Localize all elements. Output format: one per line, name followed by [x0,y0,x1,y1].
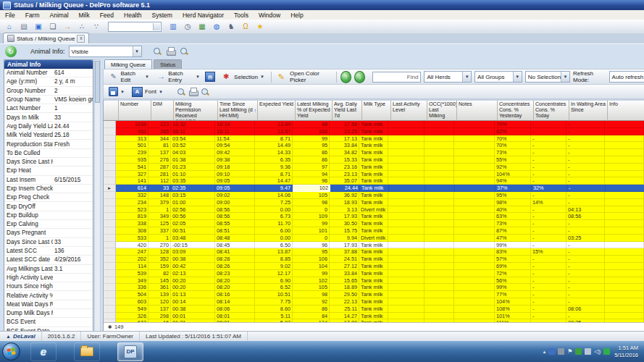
grid-cell[interactable]: - [566,171,605,178]
grid-cell[interactable]: 7.25 [255,199,293,206]
grid-cell[interactable] [425,156,454,164]
grid-cell[interactable] [454,319,495,322]
grid-cell[interactable]: 70% [495,135,531,143]
grid-cell[interactable]: 02:05 [171,220,215,227]
grid-cell[interactable]: 501 [116,142,149,149]
grid-cell[interactable]: 09:05 [215,177,255,185]
grid-row[interactable]: 5018103:5209:5414.499533.84Tank milk70%-… [104,142,644,149]
grid-cell[interactable]: 99 [293,135,330,143]
grid-cell[interactable]: 270 [149,242,171,249]
grid-cell[interactable] [388,135,425,143]
grid-cell[interactable]: 18:18 [215,121,255,128]
grid-cell[interactable] [454,263,495,270]
grid-cell[interactable]: - [531,227,566,235]
grid-cell[interactable]: 16 [149,319,171,322]
grid-cell[interactable] [425,177,454,185]
grid-cell[interactable]: 102 [293,277,330,285]
grid-cell[interactable] [388,177,425,185]
grid-cell[interactable]: 15.65 [330,277,359,285]
animal-info-row[interactable]: Animal Number614 [4,69,93,77]
grid-cell[interactable]: - [566,242,605,249]
grid-cell[interactable] [425,242,454,249]
tab-status-milking-queue[interactable]: Status / Milking Queue x [3,33,89,43]
grid-cell[interactable]: - [531,121,566,128]
grid-cell[interactable]: - [566,227,605,235]
grid-cell[interactable] [388,128,425,135]
grid-cell[interactable]: 08:01 [215,319,255,322]
grid-cell[interactable] [455,185,495,192]
grid-cell[interactable]: 00:42 [171,263,215,270]
grid-cell[interactable]: 313 [116,135,149,143]
grid-row[interactable]: 81934900:5608:566.7310917.93Tank milk63%… [104,213,644,220]
network-icon[interactable] [585,348,591,355]
grid-cell[interactable]: 92% [495,164,531,171]
grid-cell[interactable]: -00:15 [171,242,215,249]
grid-cell[interactable]: 08:23 [215,270,255,277]
grid-cell[interactable]: 14.49 [255,142,293,149]
grid-cell[interactable]: - [566,164,605,171]
grid-cell[interactable]: 70% [495,142,531,149]
grid-cell[interactable]: 148 [149,192,171,199]
grid-cell[interactable] [425,313,454,320]
grid-cell[interactable]: - [531,298,566,306]
grid-cell[interactable]: 0.00 [255,235,293,242]
grid-cell[interactable]: - [566,248,605,256]
animal-info-row[interactable]: Exp Preg Check [4,193,93,202]
menu-health[interactable]: Health [119,12,147,19]
animal-info-row[interactable]: Exp DryOff [4,202,93,211]
grid-cell[interactable] [454,270,495,277]
grid-cell[interactable]: 17.93 [330,242,359,249]
grid-cell[interactable] [425,306,454,313]
animal-info-row[interactable]: Avg Milkings Last ...3.1 [4,265,93,274]
grid-cell[interactable] [454,128,495,135]
grid-cell[interactable]: - [531,206,566,214]
grid-cell[interactable]: 111% [495,319,531,322]
grid-row[interactable]: 20235200:3808:288.8510624.51Tank milk57%… [104,256,644,263]
column-header-milking-permission-received-hh-mm[interactable]: Milking Permission Received (HH:MM) [174,101,218,121]
grid-cell[interactable]: 37.88 [330,248,359,256]
grid-cell[interactable]: 08:56 [215,206,255,214]
grid-cell[interactable]: 84 [293,313,330,320]
grid-cell[interactable]: 344 [149,135,171,143]
grid-cell[interactable]: 104% [495,171,531,178]
grid-cell[interactable] [454,284,495,291]
column-header-dim[interactable]: DIM [151,101,174,121]
grid-cell[interactable] [605,149,644,156]
animal-info-row[interactable]: Age (y:mm)2 y, 4 m [4,77,93,86]
grid-cell[interactable] [425,220,454,227]
grid-cell[interactable]: 00:20 [171,277,215,285]
grid-cell[interactable] [605,206,644,214]
grid-cell[interactable]: 106 [293,256,330,263]
grid-row[interactable]: 533103:4808:480.0009.94Divert milk 147%-… [104,235,644,242]
grid-cell[interactable] [454,248,495,256]
grid-search-icon[interactable] [201,88,209,96]
grid-cell[interactable]: 672 [116,319,149,322]
grid-cell[interactable] [425,277,454,285]
grid-cell[interactable]: - [531,319,566,322]
grid-cell[interactable]: 29.50 [330,291,359,298]
grid-cell[interactable]: Tank milk [359,227,388,235]
grid-cell[interactable]: 32% [532,185,567,192]
grid-cell[interactable] [454,220,495,227]
grid-cell[interactable]: 98 [293,199,330,206]
preview-icon[interactable] [153,47,162,56]
grid-cell[interactable]: 08:16 [215,291,255,298]
grid-cell[interactable]: 08:11 [171,128,215,135]
grid-cell[interactable] [388,298,425,306]
grid-row[interactable]: 103622310:3218:1813.898817.58Tank milk70… [104,121,644,128]
grid-cell[interactable]: - [566,192,605,199]
grid-cell[interactable] [388,206,425,214]
grid-cell[interactable]: 349 [149,213,171,220]
grid-cell[interactable] [454,199,495,206]
animal-info-row[interactable]: Exp Buildup [4,211,93,220]
grid-cell[interactable]: Tank milk [359,242,388,249]
grid-cell[interactable]: 10:32 [171,121,215,128]
grid-cell[interactable] [454,227,495,235]
grid-cell[interactable]: 8.85 [255,256,293,263]
grid-cell[interactable]: - [566,142,605,149]
grid-cell[interactable]: 6.00 [255,227,293,235]
grid-cell[interactable]: 120 [149,298,171,306]
grid-cell[interactable]: 99 [293,270,330,277]
grid-cell[interactable] [388,156,425,164]
grid-cell[interactable]: 17.93 [330,213,359,220]
